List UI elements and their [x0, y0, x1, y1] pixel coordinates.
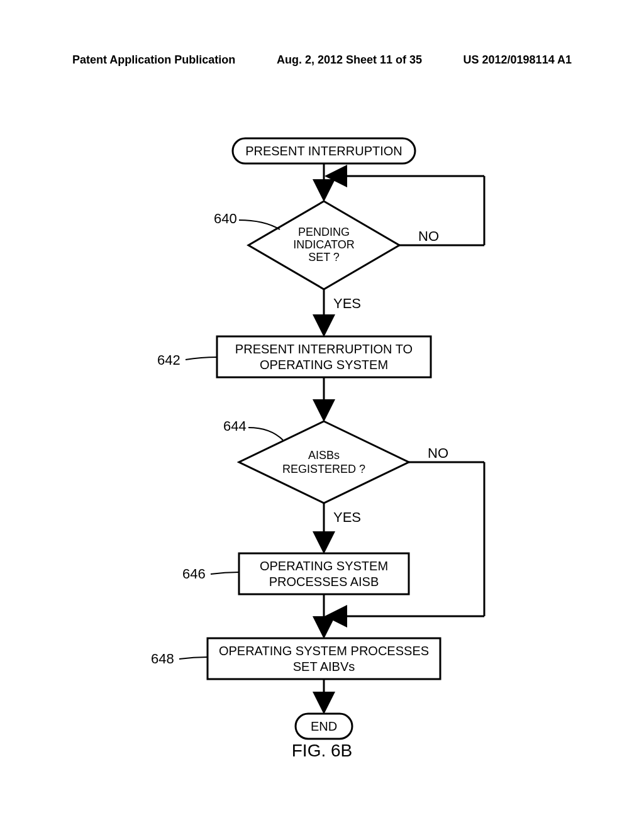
d2-line2: REGISTERED ?: [282, 463, 365, 475]
d1-line2: INDICATOR: [293, 238, 354, 251]
ref-640-line: [239, 220, 280, 230]
start-text: PRESENT INTERRUPTION: [245, 144, 402, 158]
ref-646-line: [211, 572, 239, 574]
d2-yes: YES: [333, 509, 361, 525]
ref-644-line: [248, 428, 283, 440]
ref-642: 642: [157, 352, 180, 368]
p2-line1: OPERATING SYSTEM: [260, 559, 388, 573]
p3-line2: SET AIBVs: [293, 660, 355, 673]
ref-646: 646: [182, 566, 206, 582]
d1-line3: SET ?: [308, 251, 340, 263]
p3-line1: OPERATING SYSTEM PROCESSES: [219, 644, 429, 658]
figure-label: FIG. 6B: [0, 741, 644, 761]
header-right: US 2012/0198114 A1: [464, 53, 572, 67]
d1-no: NO: [418, 228, 439, 244]
p1-line2: OPERATING SYSTEM: [260, 358, 388, 372]
decision2-diamond: [239, 421, 409, 503]
d1-line1: PENDING: [298, 226, 350, 238]
ref-640: 640: [214, 211, 237, 226]
d2-line1: AISBs: [308, 449, 340, 462]
header-left: Patent Application Publication: [72, 53, 235, 67]
header-center: Aug. 2, 2012 Sheet 11 of 35: [277, 53, 422, 67]
flowchart-svg: PRESENT INTERRUPTION PENDING INDICATOR S…: [0, 101, 644, 792]
end-text: END: [311, 719, 337, 733]
flowchart-container: PRESENT INTERRUPTION PENDING INDICATOR S…: [0, 101, 644, 792]
p2-line2: PROCESSES AISB: [269, 575, 379, 589]
ref-642-line: [186, 357, 217, 360]
d2-no: NO: [428, 445, 448, 461]
p1-line1: PRESENT INTERRUPTION TO: [235, 342, 413, 356]
ref-648: 648: [151, 651, 174, 667]
ref-648-line: [179, 657, 208, 659]
d1-yes: YES: [333, 296, 361, 311]
ref-644: 644: [223, 418, 247, 434]
